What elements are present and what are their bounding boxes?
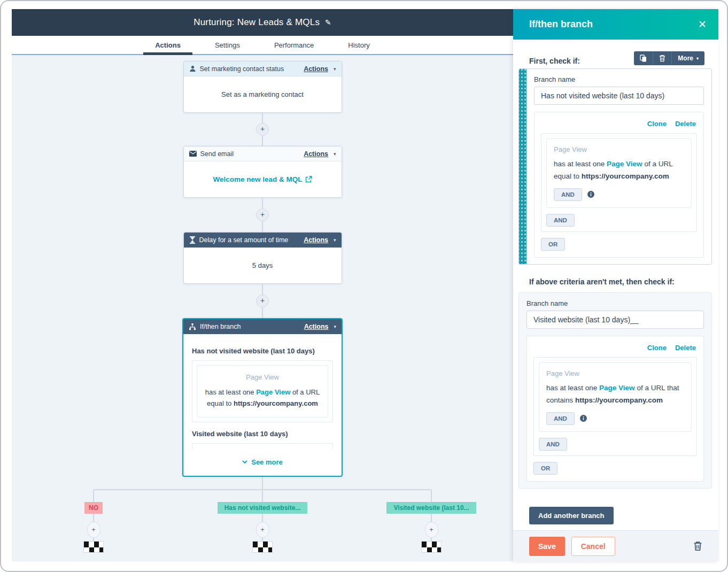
and-button[interactable]: AND — [554, 188, 582, 201]
info-icon — [587, 191, 594, 198]
add-action-button[interactable]: + — [87, 522, 100, 538]
chevron-down-icon — [242, 460, 247, 464]
node-actions-link[interactable]: Actions — [304, 323, 329, 330]
clone-link[interactable]: Clone — [647, 120, 667, 128]
filter-group: Page View has at least one Page View of … — [192, 360, 333, 422]
workflow-header: Nurturing: New Leads & MQLs ✎ — [12, 9, 513, 36]
delete-link[interactable]: Delete — [675, 344, 696, 352]
goal-flag-icon — [252, 541, 273, 553]
node-actions-link[interactable]: Actions — [304, 65, 328, 73]
branch-no: NO + — [83, 490, 104, 553]
filter-condition[interactable]: Page View has at least one Page View of … — [539, 362, 692, 432]
filter-condition[interactable]: Page View has at least one Page View of … — [546, 138, 692, 208]
filter-sentence: has at least one Page View of a URL equa… — [554, 158, 684, 183]
second-check-label: If above criteria aren't met, then check… — [529, 277, 712, 286]
delete-link[interactable]: Delete — [675, 120, 696, 128]
see-more-link[interactable]: See more — [192, 458, 333, 466]
node-header: Delay for a set amount of time Actions ▾ — [184, 233, 342, 248]
goal-flag-icon — [83, 541, 104, 553]
filter-group: Page View has at least one Page View of … — [541, 133, 697, 232]
truncated-filter-box — [192, 443, 333, 450]
workflow-title: Nurturing: New Leads & MQLs — [193, 17, 320, 28]
connector: + — [262, 284, 263, 318]
criteria-panel: Clone Delete Page View has at least one … — [526, 336, 704, 482]
page-view-link[interactable]: Page View — [607, 160, 642, 168]
filter-group: Page View has at least one Page View of … — [533, 357, 697, 456]
tab-actions[interactable]: Actions — [153, 36, 183, 54]
or-button[interactable]: OR — [541, 238, 565, 251]
node-delay[interactable]: Delay for a set amount of time Actions ▾… — [183, 232, 342, 284]
workflow-canvas: Set marketing contact status Actions ▾ S… — [12, 55, 513, 561]
node-body: Set as a marketing contact — [184, 76, 342, 112]
and-button[interactable]: AND — [539, 438, 567, 451]
caret-down-icon: ▾ — [334, 324, 336, 329]
branch-badge-visited[interactable]: Visited website (last 10... — [386, 502, 476, 514]
branch-name-label: Branch name — [526, 299, 704, 307]
connector: + — [262, 113, 263, 146]
node-if-then-branch[interactable]: If/then branch Actions ▾ Has not visited… — [182, 318, 343, 477]
copy-icon — [640, 55, 647, 62]
page-view-link[interactable]: Page View — [256, 388, 290, 396]
and-button[interactable]: AND — [546, 412, 575, 425]
close-icon[interactable]: ✕ — [698, 19, 707, 29]
filter-type-label: Page View — [554, 145, 684, 153]
person-icon — [189, 65, 196, 72]
branch-icon — [189, 323, 196, 330]
add-action-button[interactable]: + — [256, 208, 269, 221]
delete-button[interactable] — [653, 51, 672, 65]
panel-body: First, check if: More ▾ — [513, 40, 718, 561]
goal-flag-icon — [421, 541, 442, 553]
connector — [262, 477, 263, 489]
branch-fanout: NO + Has not visited website... + Vi — [94, 489, 431, 490]
clone-button[interactable] — [634, 51, 653, 65]
external-link-icon — [305, 176, 312, 183]
info-icon — [580, 415, 587, 422]
node-send-email[interactable]: Send email Actions ▾ Welcome new lead & … — [183, 146, 342, 198]
add-action-button[interactable]: + — [425, 522, 438, 538]
node-body: 5 days — [184, 248, 342, 283]
delete-branch-trash-icon[interactable] — [693, 541, 702, 551]
add-action-button[interactable]: + — [256, 295, 269, 307]
caret-down-icon: ▾ — [334, 151, 336, 157]
hourglass-icon — [189, 236, 196, 244]
add-action-button[interactable]: + — [256, 123, 269, 136]
email-link[interactable]: Welcome new lead & MQL — [213, 175, 312, 183]
save-button[interactable]: Save — [529, 537, 565, 556]
envelope-icon — [189, 151, 197, 157]
trash-icon — [659, 55, 665, 62]
tab-history[interactable]: History — [346, 36, 371, 54]
or-button[interactable]: OR — [533, 462, 557, 475]
panel-title: If/then branch — [529, 19, 698, 30]
add-action-button[interactable]: + — [256, 522, 269, 538]
branch-badge-has-not-visited[interactable]: Has not visited website... — [218, 502, 307, 514]
caret-down-icon: ▾ — [334, 66, 336, 72]
node-actions-link[interactable]: Actions — [304, 236, 328, 244]
branch-name-input[interactable] — [534, 87, 704, 105]
edit-pencil-icon[interactable]: ✎ — [325, 18, 331, 27]
drag-handle[interactable] — [519, 69, 526, 264]
node-title: Set marketing contact status — [200, 65, 300, 73]
branch-card-1: Branch name Clone Delete Page View has a… — [518, 68, 712, 265]
branch-card-2: Branch name Clone Delete Page View has a… — [518, 292, 712, 489]
node-set-marketing-contact-status[interactable]: Set marketing contact status Actions ▾ S… — [183, 61, 342, 113]
branch-visited: Visited website (last 10... + — [386, 490, 476, 553]
node-header: If/then branch Actions ▾ — [183, 319, 342, 334]
tab-settings[interactable]: Settings — [213, 36, 242, 54]
connector: + — [262, 198, 263, 232]
page-view-link[interactable]: Page View — [599, 384, 635, 392]
cancel-button[interactable]: Cancel — [571, 537, 615, 556]
filter-type-label: Page View — [203, 373, 322, 381]
add-another-branch-button[interactable]: Add another branch — [529, 507, 614, 524]
clone-link[interactable]: Clone — [647, 344, 667, 352]
node-title: If/then branch — [200, 323, 300, 330]
and-button[interactable]: AND — [546, 214, 575, 227]
branch-name-input[interactable] — [526, 311, 704, 329]
more-button[interactable]: More ▾ — [672, 51, 704, 65]
branch-has-not-visited: Has not visited website... + — [218, 490, 307, 553]
filter-sentence: has at least one Page View of a URL that… — [546, 382, 684, 407]
app-window: Nurturing: New Leads & MQLs ✎ Actions Se… — [0, 0, 728, 572]
tab-performance[interactable]: Performance — [272, 36, 316, 54]
panel-header: If/then branch ✕ — [513, 9, 718, 40]
node-actions-link[interactable]: Actions — [304, 150, 328, 158]
branch-badge-no[interactable]: NO — [84, 502, 103, 514]
